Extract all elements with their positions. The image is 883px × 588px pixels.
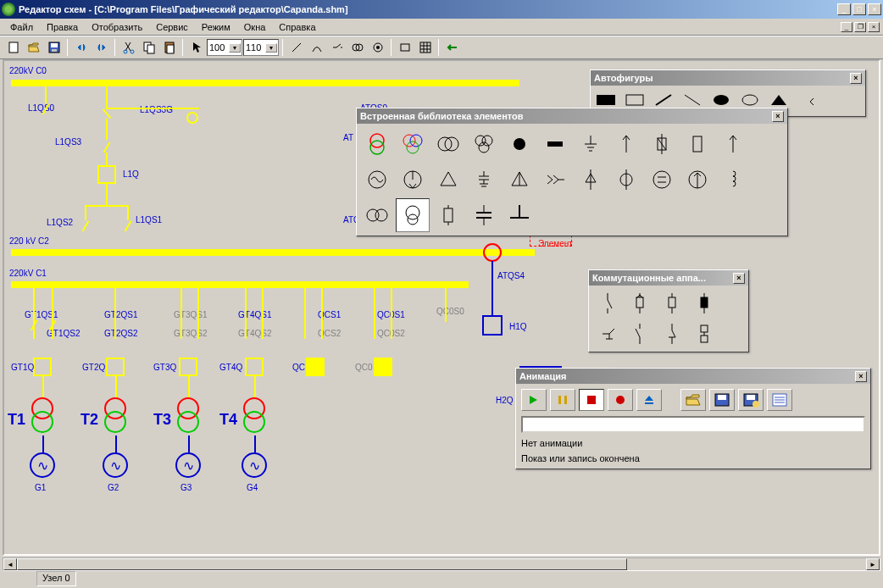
lib-circle-filled[interactable] [503, 127, 536, 161]
lib-arrow-up[interactable] [609, 127, 643, 161]
lib-circle-arrow[interactable] [680, 163, 714, 197]
scroll-right[interactable]: ► [866, 558, 880, 570]
library-palette[interactable]: Встроенная библиотека элементов × [356, 108, 788, 236]
maximize-button[interactable]: □ [852, 3, 866, 15]
close-button[interactable]: × [868, 3, 881, 15]
lib-delta-bar[interactable] [503, 163, 536, 197]
pointer-tool[interactable] [186, 38, 206, 57]
gt4qs1-label: GT4QS1 [238, 310, 271, 319]
commutation-close[interactable]: × [733, 273, 745, 284]
save-button[interactable] [44, 38, 64, 57]
lib-phi[interactable] [609, 163, 643, 197]
tool-gear[interactable] [368, 38, 387, 57]
lib-trafo3-1[interactable] [396, 127, 430, 161]
sw-closed[interactable] [657, 319, 687, 348]
tool-switch[interactable] [327, 38, 347, 57]
anim-save-as[interactable] [738, 389, 764, 411]
lib-ct[interactable] [396, 198, 430, 232]
menu-file[interactable]: Файл [3, 20, 40, 34]
mdi-close[interactable]: × [868, 22, 880, 32]
lib-trafo2-2[interactable] [431, 127, 465, 161]
lib-ground-2[interactable] [503, 198, 536, 232]
animation-palette[interactable]: Анимация × Нет анимации Показ или запись… [515, 368, 871, 469]
menu-view[interactable]: Отобразить [85, 20, 149, 34]
tool-arc[interactable] [307, 38, 326, 57]
lib-rect-sm[interactable] [431, 198, 465, 232]
sw-breaker[interactable] [657, 289, 687, 318]
lib-double-circle[interactable] [360, 198, 394, 232]
lib-coil[interactable] [716, 163, 750, 197]
lib-trafo2-1[interactable] [360, 127, 394, 161]
lib-gen[interactable] [360, 163, 394, 197]
sw-breaker-closed[interactable] [689, 289, 719, 318]
anim-record[interactable] [608, 389, 633, 411]
commutation-palette[interactable]: Коммутационные аппа... × [588, 269, 749, 352]
library-close[interactable]: × [772, 111, 784, 122]
lib-fuse[interactable] [645, 127, 679, 161]
anim-input[interactable] [521, 416, 865, 433]
autoshapes-title-bar[interactable]: Автофигуры × [591, 70, 865, 86]
scroll-left[interactable]: ◄ [3, 558, 17, 570]
redo-button[interactable] [92, 38, 111, 57]
undo-button[interactable] [71, 38, 91, 57]
zoom-combo-1[interactable]: 100 [207, 39, 242, 56]
lib-circle-eq[interactable] [645, 163, 679, 197]
sw-ground[interactable] [592, 319, 623, 348]
lib-rect-filled[interactable] [538, 127, 572, 161]
anim-stop[interactable] [579, 389, 604, 411]
svg-line-26 [656, 95, 671, 105]
anim-pause[interactable] [550, 389, 575, 411]
svg-rect-118 [747, 395, 755, 400]
minimize-button[interactable]: _ [837, 3, 851, 15]
tool-rect[interactable] [395, 38, 414, 57]
new-button[interactable] [3, 38, 23, 57]
horizontal-scrollbar[interactable]: ◄ ► [3, 557, 880, 571]
svg-point-29 [742, 95, 758, 105]
cut-button[interactable] [119, 38, 138, 57]
tool-line[interactable] [286, 38, 306, 57]
lib-arrows-right[interactable] [538, 163, 572, 197]
shape-more[interactable] [794, 87, 821, 113]
anim-save[interactable] [709, 389, 735, 411]
status-node: Узел 0 [36, 571, 76, 586]
sw-breaker-open[interactable] [625, 289, 655, 318]
lib-delta[interactable] [431, 163, 465, 197]
menu-help[interactable]: Справка [272, 20, 322, 34]
zoom-combo-2[interactable]: 110 [243, 39, 279, 56]
sw-open[interactable] [592, 289, 623, 318]
mdi-restore[interactable]: ❐ [854, 22, 866, 32]
lib-motor[interactable] [396, 163, 430, 197]
sw-open-up[interactable] [625, 319, 655, 348]
tool-trafo[interactable] [347, 38, 367, 57]
menu-mode[interactable]: Режим [195, 20, 237, 34]
lib-ground[interactable] [574, 127, 608, 161]
open-button[interactable] [24, 38, 43, 57]
lib-diode-up[interactable] [574, 163, 608, 197]
anim-open[interactable] [680, 389, 706, 411]
menu-service[interactable]: Сервис [149, 20, 195, 34]
lib-capacitor[interactable] [467, 198, 501, 232]
svg-rect-91 [669, 297, 675, 308]
lib-capacitor-gnd[interactable] [467, 163, 501, 197]
tool-grid[interactable] [415, 38, 435, 57]
lib-trafo3-2[interactable] [467, 127, 501, 161]
menu-edit[interactable]: Правка [40, 20, 85, 34]
menu-windows[interactable]: Окна [237, 20, 273, 34]
tool-back[interactable] [442, 38, 462, 57]
lib-rect-v[interactable] [680, 127, 714, 161]
anim-play[interactable] [521, 389, 547, 411]
scroll-thumb[interactable] [17, 558, 627, 570]
library-title-bar[interactable]: Встроенная библиотека элементов × [357, 108, 787, 124]
sw-double-rect[interactable] [689, 319, 719, 348]
animation-title-bar[interactable]: Анимация × [516, 369, 870, 384]
commutation-title-bar[interactable]: Коммутационные аппа... × [589, 270, 748, 286]
autoshapes-close[interactable]: × [850, 73, 862, 84]
anim-list[interactable] [767, 389, 792, 411]
paste-button[interactable] [159, 38, 179, 57]
svg-line-12 [336, 44, 341, 47]
anim-eject[interactable] [636, 389, 662, 411]
mdi-minimize[interactable]: _ [841, 22, 852, 32]
animation-close[interactable]: × [855, 371, 867, 382]
lib-arrow-up-2[interactable] [716, 127, 750, 161]
copy-button[interactable] [139, 38, 158, 57]
